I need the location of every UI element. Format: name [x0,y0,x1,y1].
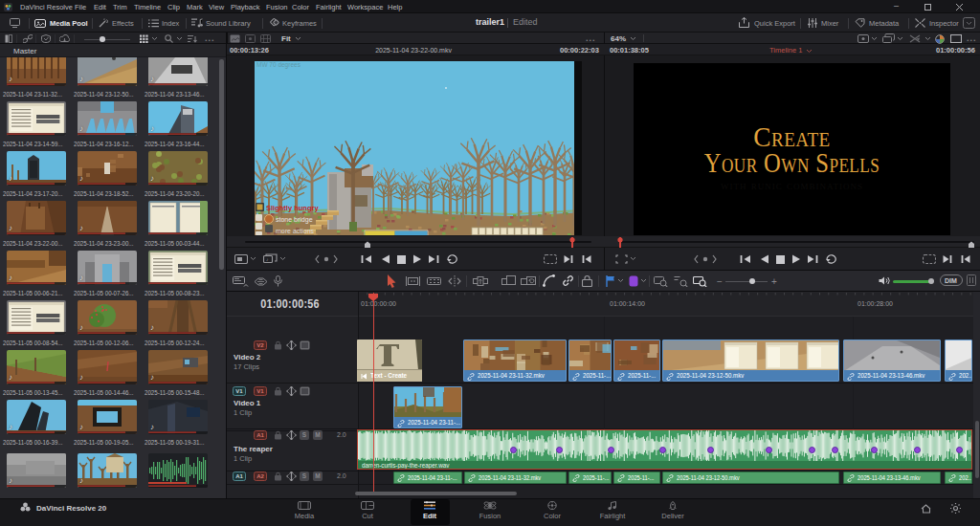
svg-text:♪: ♪ [266,256,269,262]
svg-text:Slightly hungry: Slightly hungry [266,204,319,212]
svg-text:more actions: more actions [276,228,315,234]
svg-text:stone bridge: stone bridge [276,216,313,224]
svg-text:MW 70 degrees: MW 70 degrees [256,61,301,69]
